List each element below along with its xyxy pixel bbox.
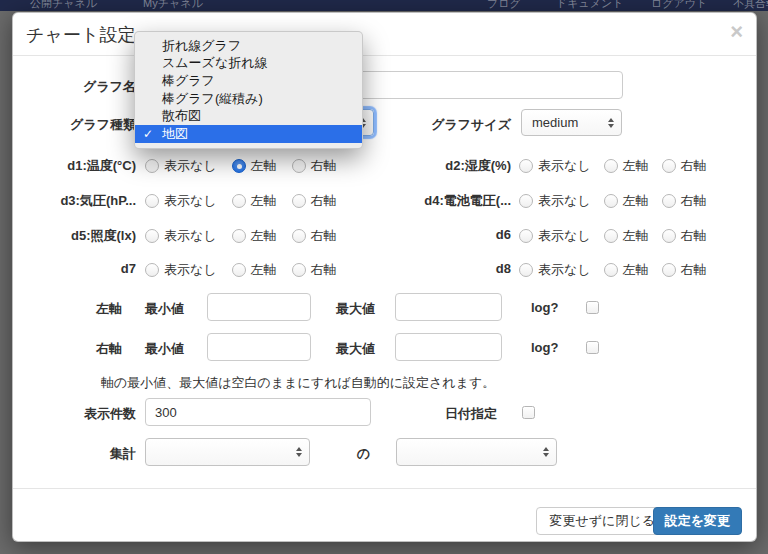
right-axis-min-label: 最小値 (145, 340, 184, 358)
radio-icon[interactable] (292, 159, 306, 173)
right-axis-min-input[interactable] (207, 333, 311, 361)
radio-icon[interactable] (662, 229, 676, 243)
nav-item-logout[interactable]: ログアウト (651, 0, 707, 11)
radio-group-d8: 表示なし 左軸 右軸 (519, 261, 707, 279)
radio-d8-none[interactable]: 表示なし (519, 261, 591, 279)
radio-icon[interactable] (519, 229, 533, 243)
channel-label-d8: d8 (361, 261, 511, 276)
radio-icon[interactable] (145, 194, 159, 208)
nav-item-my-channels[interactable]: Myチャネル (143, 0, 203, 11)
left-axis-max-input[interactable] (395, 293, 502, 321)
radio-d1-left[interactable]: 左軸 (232, 157, 277, 175)
graph-name-label: グラフ名 (13, 78, 136, 96)
radio-icon[interactable] (519, 194, 533, 208)
radio-icon[interactable] (604, 159, 618, 173)
axis-auto-note: 軸の最小値、最大値は空白のままにすれば自動的に設定されます。 (101, 374, 495, 392)
radio-d6-right[interactable]: 右軸 (662, 227, 707, 245)
left-axis-max-label: 最大値 (336, 300, 375, 318)
radio-d3-right[interactable]: 右軸 (292, 192, 337, 210)
top-navbar: 公開チャネル Myチャネル ブログ ドキュメント ログアウト 不具合報告 (0, 0, 768, 11)
radio-icon[interactable] (145, 263, 159, 277)
radio-icon[interactable] (232, 194, 246, 208)
radio-d6-none[interactable]: 表示なし (519, 227, 591, 245)
channel-label-d5: d5:照度(lx) (13, 227, 136, 245)
nav-item-blog[interactable]: ブログ (487, 0, 521, 11)
radio-icon[interactable] (232, 263, 246, 277)
radio-d5-right[interactable]: 右軸 (292, 227, 337, 245)
radio-icon[interactable] (662, 159, 676, 173)
radio-d3-left[interactable]: 左軸 (232, 192, 277, 210)
dropdown-item-line[interactable]: 折れ線グラフ (135, 37, 362, 55)
left-axis-min-input[interactable] (207, 293, 311, 321)
radio-icon[interactable] (662, 194, 676, 208)
radio-icon[interactable] (519, 159, 533, 173)
radio-d1-right[interactable]: 右軸 (292, 157, 337, 175)
radio-d4-right[interactable]: 右軸 (662, 192, 707, 210)
change-settings-button[interactable]: 設定を変更 (653, 507, 742, 535)
radio-icon[interactable] (604, 229, 618, 243)
radio-d6-left[interactable]: 左軸 (604, 227, 649, 245)
dropdown-item-stacked-bar[interactable]: 棒グラフ(縦積み) (135, 90, 362, 108)
close-without-change-button[interactable]: 変更せずに閉じる (536, 507, 668, 535)
right-axis-max-label: 最大値 (336, 340, 375, 358)
radio-d5-none[interactable]: 表示なし (145, 227, 217, 245)
close-icon[interactable]: × (730, 19, 743, 45)
right-axis-max-input[interactable] (395, 333, 502, 361)
radio-icon[interactable] (292, 263, 306, 277)
radio-d3-none[interactable]: 表示なし (145, 192, 217, 210)
radio-d2-left[interactable]: 左軸 (604, 157, 649, 175)
nav-item-documents[interactable]: ドキュメント (556, 0, 624, 11)
radio-icon[interactable] (604, 263, 618, 277)
radio-icon[interactable] (292, 229, 306, 243)
radio-d8-right[interactable]: 右軸 (662, 261, 707, 279)
radio-d7-none[interactable]: 表示なし (145, 261, 217, 279)
radio-d4-none[interactable]: 表示なし (519, 192, 591, 210)
radio-d2-right[interactable]: 右軸 (662, 157, 707, 175)
select-stepper-icon (608, 118, 614, 128)
dropdown-item-smooth-line[interactable]: スムーズな折れ線 (135, 55, 362, 73)
left-axis-log-checkbox[interactable] (586, 301, 599, 314)
channel-label-d1: d1:温度(°C) (13, 157, 136, 175)
radio-d7-left[interactable]: 左軸 (232, 261, 277, 279)
radio-d1-none[interactable]: 表示なし (145, 157, 217, 175)
nav-item-bug-report[interactable]: 不具合報告 (733, 0, 768, 11)
channel-label-d7: d7 (13, 261, 136, 276)
graph-size-select[interactable]: medium (521, 109, 622, 136)
select-stepper-icon (543, 447, 549, 457)
radio-icon[interactable] (519, 263, 533, 277)
radio-d4-left[interactable]: 左軸 (604, 192, 649, 210)
display-count-input[interactable] (145, 398, 371, 426)
date-specify-checkbox[interactable] (522, 406, 535, 419)
radio-d2-none[interactable]: 表示なし (519, 157, 591, 175)
radio-icon[interactable] (662, 263, 676, 277)
right-axis-log-checkbox[interactable] (586, 341, 599, 354)
right-axis-log-label: log? (531, 340, 558, 355)
radio-icon[interactable] (292, 194, 306, 208)
radio-group-d7: 表示なし 左軸 右軸 (145, 261, 337, 279)
left-axis-label: 左軸 (13, 300, 122, 318)
radio-group-d5: 表示なし 左軸 右軸 (145, 227, 337, 245)
radio-d7-right[interactable]: 右軸 (292, 261, 337, 279)
radio-group-d2: 表示なし 左軸 右軸 (519, 157, 707, 175)
radio-icon[interactable] (232, 159, 246, 173)
nav-item-public-channels[interactable]: 公開チャネル (30, 0, 97, 11)
channel-label-d4: d4:電池電圧(... (361, 192, 511, 210)
radio-icon[interactable] (145, 229, 159, 243)
select-stepper-icon (296, 447, 302, 457)
dropdown-item-map[interactable]: ✓ 地図 (135, 125, 362, 143)
dropdown-item-bar[interactable]: 棒グラフ (135, 72, 362, 90)
radio-icon[interactable] (145, 159, 159, 173)
aggregate-target-select[interactable] (396, 438, 557, 466)
modal-header: チャート設定 × (13, 13, 756, 56)
radio-group-d3: 表示なし 左軸 右軸 (145, 192, 337, 210)
radio-d8-left[interactable]: 左軸 (604, 261, 649, 279)
graph-size-label: グラフサイズ (361, 116, 511, 134)
aggregate-select[interactable] (145, 438, 310, 466)
graph-type-label: グラフ種類 (13, 116, 136, 134)
radio-icon[interactable] (604, 194, 618, 208)
date-specify-label: 日付指定 (445, 405, 497, 423)
radio-icon[interactable] (232, 229, 246, 243)
radio-group-d1: 表示なし 左軸 右軸 (145, 157, 337, 175)
radio-d5-left[interactable]: 左軸 (232, 227, 277, 245)
dropdown-item-scatter[interactable]: 散布図 (135, 107, 362, 125)
